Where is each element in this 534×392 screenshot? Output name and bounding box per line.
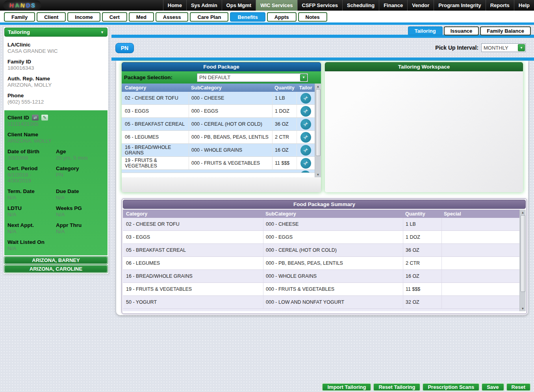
- section-selector-dropdown[interactable]: Tailoring: [4, 28, 108, 37]
- field-pair: Cert. Period 6/1/2018 - 4/30/2019 Catego…: [7, 165, 104, 184]
- category-cell: 19 - FRUITS & VEGETABLES: [123, 283, 263, 295]
- top-nav-item[interactable]: Home: [163, 0, 186, 11]
- subcategory-cell: 000 - PB, BEANS, PEAS, LENTILS: [263, 257, 403, 269]
- scroll-down-icon[interactable]: [521, 306, 525, 311]
- info-field: Phone (602) 555-1212: [7, 93, 104, 105]
- tab-underline: [0, 22, 534, 25]
- top-nav-item[interactable]: Vendor: [407, 0, 434, 11]
- quantity-cell: 36 OZ: [272, 118, 297, 130]
- sidebar: Tailoring LA/Clinic CASA GRANDE WIC Fami…: [3, 26, 109, 274]
- module-tab[interactable]: Benefits: [230, 12, 265, 22]
- top-bar: HANDS HomeSys AdminOps MgmtWIC ServicesC…: [0, 0, 534, 11]
- summary-row: 05 - BREAKFAST CEREAL 000 - CEREAL (HOT …: [123, 244, 519, 257]
- food-package-header-row: Category SubCategory Quantity Tailor: [122, 84, 315, 92]
- field-value: PN: [56, 172, 103, 178]
- food-package-row: 19 - FRUITS & VEGETABLES 000 - FRUITS & …: [122, 157, 315, 170]
- quantity-cell: 1 DOZ: [403, 231, 441, 243]
- main-content-panel: Food Package Package Selection: PN DEFAU…: [116, 61, 528, 315]
- summary-row: 16 - BREAD/WHOLE GRAINS 000 - WHOLE GRAI…: [123, 270, 519, 283]
- tailor-scissors-button[interactable]: [300, 132, 311, 143]
- action-button[interactable]: Prescription Scans: [422, 383, 480, 391]
- scroll-thumb[interactable]: [316, 89, 321, 156]
- top-nav-item[interactable]: Program Integrity: [434, 0, 485, 11]
- view-tab[interactable]: Family Balance: [480, 26, 531, 35]
- top-nav-item[interactable]: Help: [514, 0, 534, 11]
- logo-letter: A: [15, 2, 19, 9]
- subcategory-cell: 000 - CEREAL (HOT OR COLD): [263, 244, 403, 256]
- field-value: N/A: [56, 229, 103, 234]
- field-value: N/A: [56, 195, 103, 201]
- special-cell: [441, 296, 519, 308]
- view-tab[interactable]: Issuance: [444, 26, 479, 35]
- scroll-up-icon[interactable]: [317, 84, 320, 89]
- dropdown-arrow-icon[interactable]: [300, 74, 307, 81]
- info-field: LA/Clinic CASA GRANDE WIC: [7, 42, 104, 54]
- module-tab[interactable]: Assess: [156, 12, 189, 22]
- action-button[interactable]: Import Tailoring: [322, 383, 371, 391]
- food-package-title: Food Package: [122, 62, 321, 71]
- food-package-footer-area: [122, 177, 321, 192]
- top-nav-item[interactable]: Finance: [379, 0, 407, 11]
- column-header: Category: [123, 211, 263, 217]
- field-value: 20 yrs, 5 mos: [56, 155, 103, 161]
- module-tab[interactable]: Family: [4, 12, 35, 22]
- edit-client-icon[interactable]: ✎: [41, 115, 48, 121]
- category-cell: 16 - BREAD/WHOLE GRAINS: [123, 270, 263, 282]
- wait-listed-value: N/A: [7, 245, 104, 251]
- module-tab[interactable]: Appts: [267, 12, 297, 22]
- module-tab[interactable]: Client: [37, 12, 66, 22]
- category-cell: 05 - BREAKFAST CEREAL: [122, 118, 189, 130]
- action-button[interactable]: Reset: [506, 383, 531, 391]
- category-cell: 06 - LEGUMES: [123, 257, 263, 269]
- package-selection-select[interactable]: PN DEFAULT: [197, 73, 308, 82]
- field-label: Age: [56, 149, 103, 154]
- tailor-scissors-button[interactable]: [300, 158, 311, 169]
- tailor-scissors-button[interactable]: [300, 93, 311, 104]
- swap-client-icon[interactable]: ⇄: [32, 115, 39, 121]
- field-label: LDTU: [7, 205, 54, 211]
- action-button[interactable]: Reset Tailoring: [373, 383, 421, 391]
- pickup-interval-select[interactable]: MONTHLY: [481, 43, 526, 52]
- client-id-label: Client ID: [7, 115, 29, 121]
- module-tab[interactable]: Income: [67, 12, 100, 22]
- summary-scrollbar[interactable]: [519, 210, 526, 311]
- scroll-down-icon[interactable]: [317, 172, 320, 177]
- field-value: CASA GRANDE WIC: [7, 48, 104, 54]
- client-name-label: Client Name: [7, 132, 104, 137]
- category-chip[interactable]: PN: [115, 43, 134, 53]
- module-tab[interactable]: Cert: [102, 12, 127, 22]
- clipped-row: [123, 309, 519, 311]
- tailor-scissors-button[interactable]: [300, 145, 311, 156]
- scroll-up-icon[interactable]: [521, 210, 525, 215]
- food-package-row: 06 - LEGUMES 000 - PB, BEANS, PEAS, LENT…: [122, 131, 315, 144]
- logo-letter: N: [20, 2, 25, 9]
- scroll-thumb[interactable]: [521, 215, 525, 292]
- summary-row: 06 - LEGUMES 000 - PB, BEANS, PEAS, LENT…: [123, 257, 519, 270]
- field-label: Category: [56, 165, 103, 171]
- top-nav-item[interactable]: Reports: [486, 0, 514, 11]
- top-nav-item[interactable]: CSFP Services: [297, 0, 343, 11]
- family-member-button[interactable]: ARIZONA, CAROLINE: [4, 265, 108, 273]
- top-nav-item[interactable]: Ops Mgmt: [222, 0, 256, 11]
- category-cell: 50 - YOGURT: [123, 296, 263, 308]
- action-button[interactable]: Save: [481, 383, 504, 391]
- quantity-cell: 16 OZ: [403, 270, 441, 282]
- view-tab[interactable]: Tailoring: [408, 26, 443, 35]
- tailor-scissors-button[interactable]: [300, 119, 311, 130]
- field-label: Phone: [7, 93, 104, 98]
- tailor-scissors-button[interactable]: [300, 106, 311, 117]
- module-tab[interactable]: Care Plan: [190, 12, 228, 22]
- food-package-scrollbar[interactable]: [315, 84, 321, 177]
- dropdown-arrow-icon[interactable]: [518, 44, 525, 51]
- module-tab[interactable]: Notes: [298, 12, 327, 22]
- top-nav-item[interactable]: Sys Admin: [186, 0, 222, 11]
- tailoring-workspace-panel: Tailoring Workspace: [325, 62, 523, 192]
- module-tab[interactable]: Med: [129, 12, 154, 22]
- special-cell: [441, 231, 519, 243]
- hands-logo: HANDS: [3, 0, 41, 10]
- field-label: Due Date: [56, 188, 103, 194]
- field-label: Weeks PG: [56, 205, 103, 211]
- family-member-button[interactable]: ARIZONA, BARNEY: [4, 256, 108, 264]
- top-nav-item[interactable]: Scheduling: [342, 0, 379, 11]
- top-nav-item[interactable]: WIC Services: [256, 0, 297, 11]
